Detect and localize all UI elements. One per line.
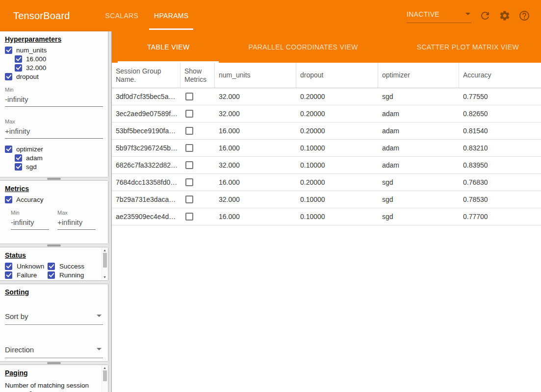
status-running[interactable]: Running: [48, 270, 100, 279]
checkbox-checked-icon[interactable]: [5, 271, 12, 279]
checkbox-checked-icon[interactable]: [15, 55, 22, 63]
tab-scatter-plot-matrix-view[interactable]: SCATTER PLOT MATRIX VIEW: [387, 31, 541, 63]
session-group-name-cell: ae235909ec4e4d…: [112, 213, 180, 220]
optimizer-cell: adam: [378, 127, 459, 135]
column-header-optimizer[interactable]: optimizer: [378, 63, 459, 88]
column-header-dropout[interactable]: dropout: [296, 63, 378, 88]
checkbox-checked-icon[interactable]: [5, 47, 12, 54]
metrics-section: Metrics Accuracy Min Max: [0, 181, 108, 244]
status-scrollbar[interactable]: ▲ ▼: [102, 248, 107, 280]
scroll-up-icon[interactable]: ▲: [102, 366, 107, 370]
refresh-button[interactable]: [479, 10, 491, 22]
checkbox-checked-icon[interactable]: [5, 146, 12, 153]
column-header-accuracy[interactable]: Accuracy: [459, 63, 541, 88]
checkbox-checked-icon[interactable]: [48, 271, 55, 279]
optimizer-cell: sgd: [378, 213, 459, 220]
section-resize-handle[interactable]: [47, 245, 61, 246]
direction-select[interactable]: Direction: [5, 344, 103, 358]
show-metrics-checkbox[interactable]: [185, 127, 193, 135]
hyperparameters-heading: Hyperparameters: [5, 35, 103, 44]
num-units-cell: 16.000: [215, 178, 296, 186]
checkbox-label: adam: [26, 154, 43, 162]
session-group-name-cell: 7b29a731e3daca…: [112, 196, 180, 203]
dropout-cell: 0.10000: [296, 161, 378, 169]
show-metrics-checkbox[interactable]: [185, 178, 193, 186]
show-metrics-checkbox[interactable]: [185, 110, 193, 118]
hparam-optimizer[interactable]: optimizer: [5, 145, 103, 153]
section-gap: [0, 280, 108, 284]
tab-table-view[interactable]: TABLE VIEW: [118, 31, 219, 63]
top-toolbar: TensorBoard SCALARS HPARAMS INACTIVE: [0, 0, 541, 31]
scroll-thumb[interactable]: [103, 370, 107, 381]
settings-button[interactable]: [499, 10, 511, 22]
scroll-thumb[interactable]: [103, 253, 107, 268]
refresh-icon: [479, 10, 491, 22]
toolbar-actions: INACTIVE: [407, 9, 541, 23]
status-success[interactable]: Success: [48, 262, 100, 270]
plugin-tabs: SCALARS HPARAMS: [98, 0, 197, 31]
scroll-down-icon[interactable]: ▼: [102, 275, 107, 280]
num-units-cell: 16.000: [215, 213, 296, 220]
reload-interval-select[interactable]: INACTIVE: [407, 9, 471, 23]
dropout-max-input[interactable]: [5, 125, 103, 139]
hparam-num-units-16[interactable]: 16.000: [15, 54, 103, 63]
show-metrics-checkbox[interactable]: [185, 196, 193, 203]
metric-min-input[interactable]: [11, 216, 49, 230]
table-row: 5b97f3c2967245b… 16.000 0.10000 adam 0.8…: [112, 140, 541, 157]
scroll-up-icon[interactable]: ▲: [102, 248, 107, 253]
optimizer-cell: adam: [378, 161, 459, 169]
show-metrics-checkbox[interactable]: [185, 161, 193, 169]
table-row: 7b29a731e3daca… 32.000 0.10000 sgd 0.785…: [112, 191, 541, 208]
metric-accuracy[interactable]: Accuracy: [5, 195, 103, 204]
dropout-cell: 0.20000: [296, 178, 378, 186]
num-units-cell: 32.000: [215, 93, 296, 100]
checkbox-checked-icon[interactable]: [15, 64, 22, 72]
help-icon: [518, 10, 530, 22]
checkbox-checked-icon[interactable]: [48, 263, 55, 270]
section-divider: [0, 244, 108, 247]
tab-scalars[interactable]: SCALARS: [98, 0, 146, 31]
hparam-dropout[interactable]: dropout: [5, 72, 103, 81]
column-header-num-units[interactable]: num_units: [215, 63, 296, 88]
dropout-min-input[interactable]: [5, 93, 103, 107]
checkbox-checked-icon[interactable]: [5, 73, 12, 80]
section-resize-handle[interactable]: [47, 178, 61, 180]
paging-heading: Paging: [5, 369, 100, 377]
tab-hparams[interactable]: HPARAMS: [146, 0, 196, 31]
status-failure[interactable]: Failure: [5, 270, 48, 279]
dropout-cell: 0.10000: [296, 213, 378, 220]
hparam-optimizer-sgd[interactable]: sgd: [15, 162, 103, 171]
table-row: 3df0d7cf35bec5a… 32.000 0.20000 sgd 0.77…: [112, 88, 541, 105]
metrics-heading: Metrics: [5, 185, 103, 193]
metric-max-input[interactable]: [57, 216, 96, 230]
tab-parallel-coordinates-view[interactable]: PARALLEL COORDINATES VIEW: [219, 31, 387, 63]
paging-section: Paging Number of matching session groups…: [0, 365, 108, 392]
dropout-max-label: Max: [5, 119, 103, 125]
column-header-session-group-name[interactable]: Session Group Name.: [112, 63, 180, 88]
reload-interval-value: INACTIVE: [407, 10, 439, 18]
hparam-num-units-32[interactable]: 32.000: [15, 63, 103, 72]
hparam-num-units[interactable]: num_units: [5, 46, 103, 54]
hparam-optimizer-adam[interactable]: adam: [15, 153, 103, 162]
accuracy-cell: 0.77700: [459, 213, 541, 220]
checkbox-checked-icon[interactable]: [15, 154, 22, 162]
paging-scrollbar[interactable]: ▲: [102, 366, 107, 392]
checkbox-checked-icon[interactable]: [5, 196, 12, 203]
help-button[interactable]: [518, 10, 530, 22]
checkbox-checked-icon[interactable]: [5, 263, 12, 270]
show-metrics-checkbox[interactable]: [185, 93, 193, 100]
show-metrics-checkbox[interactable]: [185, 213, 193, 220]
checkbox-checked-icon[interactable]: [15, 163, 22, 171]
table-row: 7684dcc13358fd0… 16.000 0.20000 sgd 0.76…: [112, 174, 541, 191]
column-header-show-metrics[interactable]: Show Metrics: [180, 63, 215, 88]
checkbox-label: sgd: [26, 163, 37, 171]
sort-by-select[interactable]: Sort by: [5, 311, 103, 325]
dropout-cell: 0.10000: [296, 144, 378, 152]
section-resize-handle[interactable]: [47, 362, 61, 364]
accuracy-cell: 0.83950: [459, 161, 541, 169]
show-metrics-checkbox[interactable]: [185, 144, 193, 152]
status-unknown[interactable]: Unknown: [5, 262, 48, 270]
accuracy-cell: 0.78530: [459, 196, 541, 203]
session-group-name-cell: 3ec2aed9e07589f…: [112, 110, 180, 118]
optimizer-cell: adam: [378, 110, 459, 118]
